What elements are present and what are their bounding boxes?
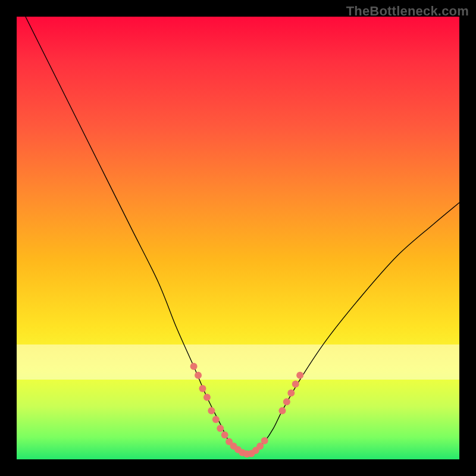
bottleneck-curve-path bbox=[26, 17, 459, 455]
curve-dot bbox=[195, 372, 202, 379]
curve-dot bbox=[283, 398, 290, 405]
curve-dot bbox=[221, 431, 228, 439]
curve-dot bbox=[287, 389, 295, 396]
curve-dot bbox=[261, 437, 268, 444]
curve-dot bbox=[212, 416, 220, 423]
bottleneck-curve-svg bbox=[17, 17, 459, 459]
plot-area bbox=[17, 17, 459, 459]
curve-dot bbox=[208, 407, 215, 414]
curve-dot bbox=[296, 372, 303, 379]
curve-dot bbox=[190, 363, 198, 370]
curve-dot bbox=[199, 385, 206, 392]
curve-dots bbox=[190, 363, 304, 458]
curve-dot bbox=[278, 407, 286, 414]
watermark-text: TheBottleneck.com bbox=[346, 4, 469, 19]
chart-container: TheBottleneck.com bbox=[0, 0, 476, 476]
curve-dot bbox=[217, 425, 224, 432]
curve-dot bbox=[203, 394, 211, 401]
curve-dot bbox=[292, 381, 299, 388]
